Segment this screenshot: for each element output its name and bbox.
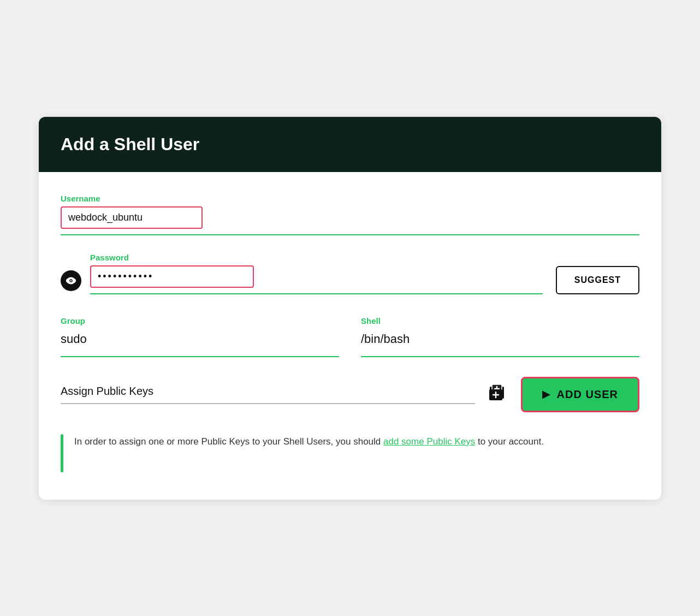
svg-point-2 (70, 280, 72, 281)
card-header: Add a Shell User (39, 117, 661, 172)
suggest-button[interactable]: SUGGEST (556, 266, 639, 294)
username-input[interactable] (61, 206, 203, 229)
add-user-label: ADD USER (557, 388, 618, 401)
toggle-password-icon[interactable] (61, 270, 81, 291)
shell-label: Shell (361, 316, 639, 325)
card-body: Username Password (39, 172, 661, 500)
shell-col: Shell /bin/bash (361, 316, 639, 357)
password-left: Password (61, 253, 543, 294)
add-public-keys-link[interactable]: add some Public Keys (383, 436, 475, 447)
group-shell-row: Group sudo Shell /bin/bash (61, 316, 639, 357)
group-col: Group sudo (61, 316, 339, 357)
info-box: In order to assign one or more Public Ke… (61, 434, 639, 472)
group-label: Group (61, 316, 339, 325)
info-text-before: In order to assign one or more Public Ke… (74, 436, 383, 447)
password-label: Password (90, 253, 543, 262)
arrow-icon: ▶ (542, 388, 550, 400)
username-group: Username (61, 194, 639, 235)
green-bar (61, 434, 63, 472)
page-title: Add a Shell User (61, 134, 639, 155)
group-divider (61, 356, 339, 357)
username-divider (61, 234, 639, 235)
add-media-icon[interactable] (488, 383, 508, 406)
group-value: sudo (61, 329, 339, 351)
info-text: In order to assign one or more Public Ke… (74, 434, 544, 449)
add-user-button[interactable]: ▶ ADD USER (521, 377, 639, 412)
password-row: Password SUGGEST (61, 253, 639, 294)
shell-divider (361, 356, 639, 357)
main-card: Add a Shell User Username Pas (39, 117, 661, 500)
username-label: Username (61, 194, 639, 203)
assign-keys-label: Assign Public Keys (61, 385, 475, 404)
info-text-after: to your account. (475, 436, 544, 447)
shell-value: /bin/bash (361, 329, 639, 351)
password-field-wrap: Password (90, 253, 543, 294)
bottom-row: Assign Public Keys ▶ ADD USER (61, 377, 639, 412)
assign-keys-wrap: Assign Public Keys (61, 385, 475, 404)
password-divider (90, 293, 543, 294)
password-input[interactable] (90, 265, 254, 288)
